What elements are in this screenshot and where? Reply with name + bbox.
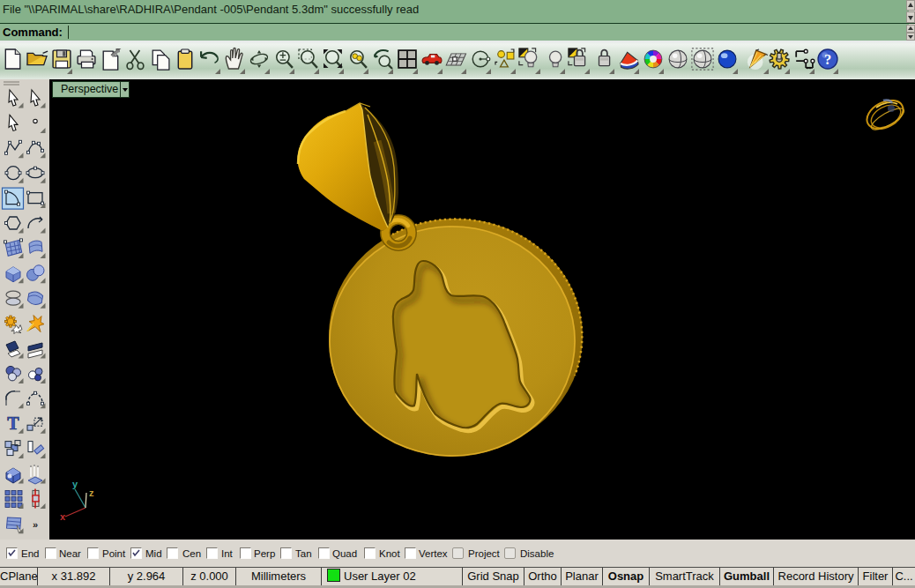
svg-text:T: T [7, 413, 19, 433]
svg-text:x: x [60, 511, 66, 522]
svg-text:z: z [89, 488, 94, 498]
svg-text:?: ? [824, 51, 831, 68]
svg-text:»: » [33, 519, 38, 530]
svg-text:y: y [72, 479, 78, 489]
